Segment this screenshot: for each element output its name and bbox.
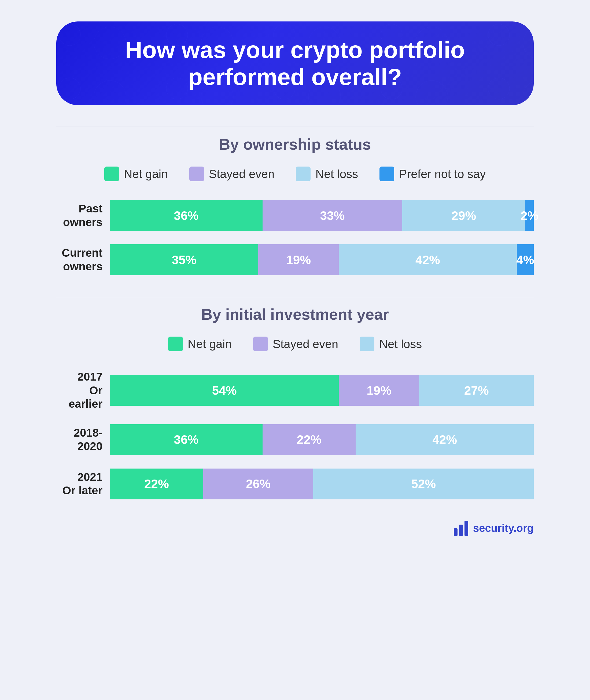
chart-title: How was your crypto portfolioperformed o… (89, 36, 501, 90)
bar-row-past-owners: Pastowners 36% 33% 29% 2% (110, 200, 534, 231)
inv-legend-stayed-even: Stayed even (253, 336, 338, 352)
main-container: How was your crypto portfolioperformed o… (40, 0, 550, 563)
segment-2018-gain: 36% (110, 424, 263, 455)
inv-legend-label-net-loss: Net loss (379, 337, 422, 351)
legend-stayed-even: Stayed even (189, 167, 275, 181)
segment-current-even: 19% (258, 244, 339, 275)
logo-icon (454, 521, 468, 536)
segment-2018-even: 22% (263, 424, 356, 455)
legend-label-prefer-not: Prefer not to say (399, 167, 486, 181)
inv-legend-label-stayed-even: Stayed even (273, 337, 338, 351)
legend-net-gain: Net gain (104, 167, 168, 181)
inv-legend-swatch-net-loss (360, 336, 374, 352)
segment-past-gain: 36% (110, 200, 263, 231)
logo-text: security.org (473, 522, 534, 534)
divider-1 (56, 127, 534, 127)
bar-track-current-owners: 35% 19% 42% 4% (110, 244, 534, 275)
legend-swatch-prefer-not (380, 167, 394, 181)
legend-net-loss: Net loss (296, 167, 358, 181)
segment-past-loss: 29% (402, 200, 525, 231)
ownership-section: By ownership status Net gain Stayed even… (56, 127, 534, 275)
inv-legend-swatch-net-gain (168, 336, 183, 352)
segment-2021-loss: 52% (313, 469, 534, 499)
legend-swatch-net-loss (296, 167, 311, 181)
segment-current-loss: 42% (339, 244, 517, 275)
investment-section: By initial investment year Net gain Stay… (56, 297, 534, 499)
title-pill: How was your crypto portfolioperformed o… (56, 21, 534, 105)
ownership-legend: Net gain Stayed even Net loss Prefer not… (56, 167, 534, 181)
bar-track-2021: 22% 26% 52% (110, 469, 534, 499)
ownership-chart: Pastowners 36% 33% 29% 2% Currentowners … (56, 200, 534, 275)
bar-row-2017: 2017Or earlier 54% 19% 27% (110, 370, 534, 411)
inv-legend-net-gain: Net gain (168, 336, 232, 352)
logo-bar-3 (465, 521, 468, 536)
inv-legend-net-loss: Net loss (360, 336, 422, 352)
inv-legend-swatch-stayed-even (253, 336, 268, 352)
investment-legend: Net gain Stayed even Net loss (56, 336, 534, 352)
bar-track-2018-2020: 36% 22% 42% (110, 424, 534, 455)
logo-bar-2 (459, 525, 463, 536)
segment-current-gain: 35% (110, 244, 258, 275)
bar-row-2018-2020: 2018-2020 36% 22% 42% (110, 424, 534, 455)
logo-bar-1 (454, 528, 458, 536)
bar-label-past-owners: Pastowners (56, 202, 110, 229)
bar-row-2021: 2021Or later 22% 26% 52% (110, 469, 534, 499)
ownership-section-title: By ownership status (56, 135, 534, 153)
legend-label-net-gain: Net gain (124, 167, 168, 181)
segment-past-even: 33% (263, 200, 402, 231)
segment-2017-gain: 54% (110, 375, 339, 406)
bar-track-past-owners: 36% 33% 29% 2% (110, 200, 534, 231)
investment-chart: 2017Or earlier 54% 19% 27% 2018-2020 36%… (56, 370, 534, 499)
bar-label-2021: 2021Or later (56, 471, 110, 498)
legend-prefer-not: Prefer not to say (380, 167, 486, 181)
segment-2021-gain: 22% (110, 469, 203, 499)
logo-area: security.org (56, 521, 534, 536)
segment-past-prefer: 2% (525, 200, 534, 231)
divider-2 (56, 297, 534, 297)
bar-label-2017: 2017Or earlier (56, 370, 110, 411)
segment-2017-even: 19% (339, 375, 419, 406)
segment-2017-loss: 27% (419, 375, 534, 406)
segment-2021-even: 26% (203, 469, 313, 499)
bar-track-2017: 54% 19% 27% (110, 375, 534, 406)
segment-2018-loss: 42% (356, 424, 534, 455)
legend-swatch-stayed-even (189, 167, 204, 181)
legend-label-stayed-even: Stayed even (209, 167, 275, 181)
investment-section-title: By initial investment year (56, 305, 534, 323)
bar-label-2018-2020: 2018-2020 (56, 426, 110, 453)
segment-current-prefer: 4% (517, 244, 534, 275)
bar-row-current-owners: Currentowners 35% 19% 42% 4% (110, 244, 534, 275)
bar-label-current-owners: Currentowners (56, 246, 110, 273)
legend-swatch-net-gain (104, 167, 119, 181)
legend-label-net-loss: Net loss (315, 167, 358, 181)
inv-legend-label-net-gain: Net gain (188, 337, 232, 351)
